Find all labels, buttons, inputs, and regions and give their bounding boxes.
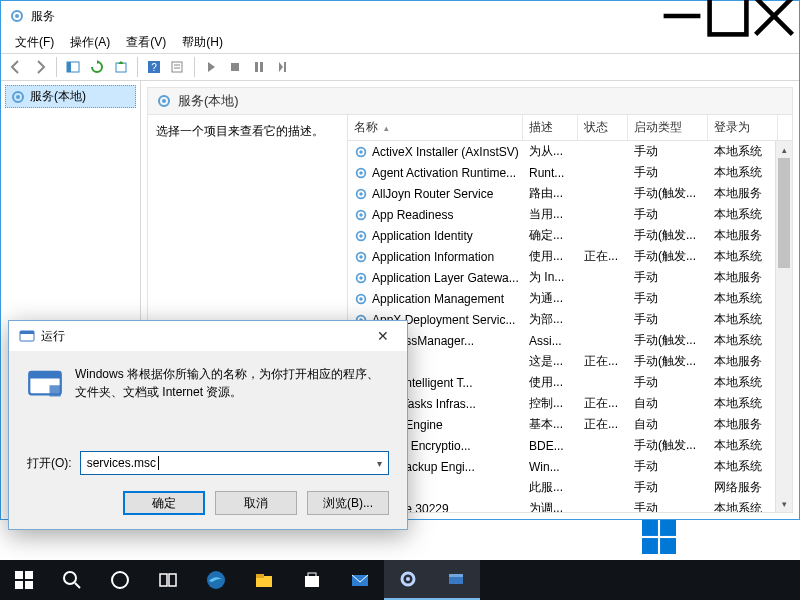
help-button[interactable]: ? [143,56,165,78]
table-row[interactable]: Application Information使用...正在...手动(触发..… [348,246,792,267]
service-logon: 本地服务 [708,226,778,245]
chevron-down-icon[interactable]: ▾ [377,458,382,469]
task-view-button[interactable] [144,560,192,600]
table-row[interactable]: ActiveX Installer (AxInstSV)为从...手动本地系统 [348,141,792,162]
table-row[interactable]: dAccessManager...Assi...手动(触发...本地系统 [348,330,792,351]
table-row[interactable]: r Drive Encryptio...BDE...手动(触发...本地系统 [348,435,792,456]
col-name[interactable]: 名称▴ [348,115,523,140]
text-cursor [158,456,159,470]
service-start: 手动(触发... [628,331,708,350]
service-logon: 本地系统 [708,457,778,476]
svg-rect-68 [25,571,33,579]
refresh-button[interactable] [86,56,108,78]
restart-service-button[interactable] [272,56,294,78]
menu-view[interactable]: 查看(V) [118,32,174,53]
run-app-icon [19,328,35,344]
menu-file[interactable]: 文件(F) [7,32,62,53]
close-button[interactable] [751,1,797,31]
table-row[interactable]: Application Management为通...手动本地系统 [348,288,792,309]
table-row[interactable]: ache此服...手动网络服务 [348,477,792,498]
scroll-thumb[interactable] [778,158,790,268]
taskbar-services-button[interactable] [384,560,432,600]
scrollbar[interactable]: ▴ ▾ [775,141,792,512]
ok-button[interactable]: 确定 [123,491,205,515]
scroll-up-icon[interactable]: ▴ [776,141,792,158]
service-desc: 使用... [523,247,578,266]
edge-button[interactable] [192,560,240,600]
browse-button[interactable]: 浏览(B)... [307,491,389,515]
panel-header: 服务(本地) [147,87,793,114]
menu-help[interactable]: 帮助(H) [174,32,231,53]
service-desc: 此服... [523,478,578,497]
service-name: App Readiness [372,208,453,222]
watermark-brand: Win10 [684,520,745,542]
scroll-down-icon[interactable]: ▾ [776,495,792,512]
svg-point-29 [359,213,363,217]
forward-button[interactable] [29,56,51,78]
table-row[interactable]: Agent Activation Runtime...Runt...手动本地系统 [348,162,792,183]
show-hide-button[interactable] [62,56,84,78]
service-state [578,466,628,468]
run-close-button[interactable]: ✕ [365,321,401,351]
menu-action[interactable]: 操作(A) [62,32,118,53]
export-button[interactable] [110,56,132,78]
titlebar[interactable]: 服务 [1,1,799,31]
table-row[interactable]: Application Layer Gatewa...为 In...手动本地服务 [348,267,792,288]
col-state[interactable]: 状态 [578,115,628,140]
table-row[interactable]: AllJoyn Router Service路由...手动(触发...本地服务 [348,183,792,204]
minimize-button[interactable] [659,1,705,31]
col-logon[interactable]: 登录为 [708,115,778,140]
toolbar: ? [1,53,799,81]
table-row[interactable]: evel Backup Engi...Win...手动本地系统 [348,456,792,477]
svg-rect-59 [20,331,34,334]
start-service-button[interactable] [200,56,222,78]
svg-rect-85 [449,574,463,577]
service-state [578,298,628,300]
taskbar-run-button[interactable] [432,560,480,600]
maximize-button[interactable] [705,1,751,31]
start-button[interactable] [0,560,48,600]
run-icon [27,365,63,401]
service-logon: 本地系统 [708,205,778,224]
service-state [578,382,628,384]
svg-point-19 [16,95,20,99]
separator [137,57,138,77]
run-dialog: 运行 ✕ Windows 将根据你所输入的名称，为你打开相应的程序、文件夹、文档… [8,320,408,530]
table-row[interactable]: Application Identity确定...手动(触发...本地服务 [348,225,792,246]
table-row[interactable]: Service 30229为调...手动本地系统 [348,498,792,512]
table-row[interactable]: App Readiness当用...手动本地系统 [348,204,792,225]
table-row[interactable]: ound Tasks Infras...控制...正在...自动本地系统 [348,393,792,414]
search-button[interactable] [48,560,96,600]
run-titlebar[interactable]: 运行 ✕ [9,321,407,351]
table-row[interactable]: tering Engine基本...正在...自动本地服务 [348,414,792,435]
col-desc[interactable]: 描述 [523,115,578,140]
gear-icon [10,89,26,105]
svg-text:?: ? [151,62,157,73]
mail-button[interactable] [336,560,384,600]
stop-service-button[interactable] [224,56,246,78]
store-button[interactable] [288,560,336,600]
open-input[interactable]: services.msc ▾ [80,451,389,475]
tree-item-services-local[interactable]: 服务(本地) [5,85,136,108]
service-desc: 基本... [523,415,578,434]
service-logon: 本地服务 [708,352,778,371]
service-logon: 本地系统 [708,331,778,350]
gear-icon [354,229,368,243]
cortana-button[interactable] [96,560,144,600]
back-button[interactable] [5,56,27,78]
table-row[interactable]: ound Intelligent T...使用...手动本地系统 [348,372,792,393]
run-title-text: 运行 [41,328,365,345]
cancel-button[interactable]: 取消 [215,491,297,515]
watermark-suffix: 之家 [745,520,786,542]
service-desc: 当用... [523,205,578,224]
explorer-button[interactable] [240,560,288,600]
service-start: 手动(触发... [628,184,708,203]
pause-service-button[interactable] [248,56,270,78]
table-row[interactable]: AppX Deployment Servic...为部...手动本地系统 [348,309,792,330]
service-start: 手动(触发... [628,436,708,455]
properties-button[interactable] [167,56,189,78]
service-logon: 网络服务 [708,478,778,497]
table-row[interactable]: 服务这是...正在...手动(触发...本地服务 [348,351,792,372]
col-start[interactable]: 启动类型 [628,115,708,140]
service-state [578,487,628,489]
